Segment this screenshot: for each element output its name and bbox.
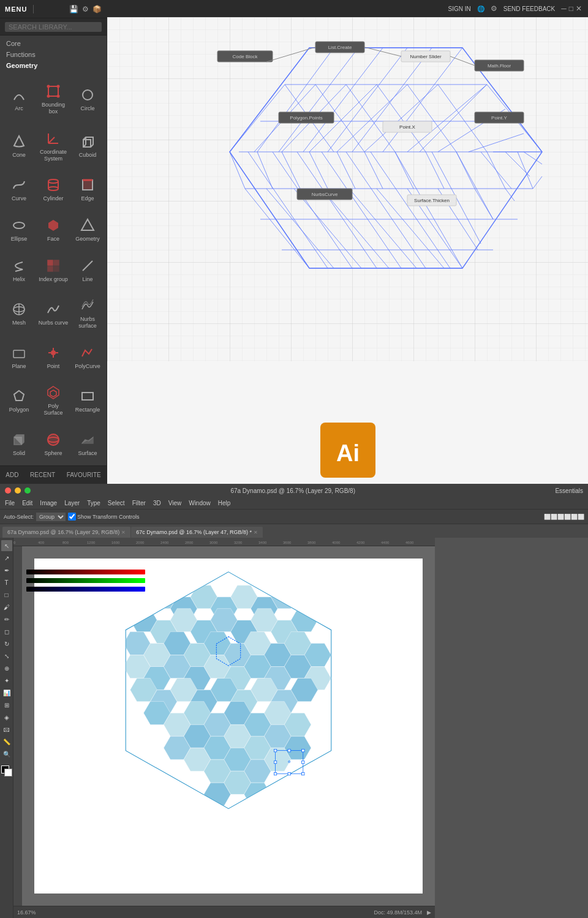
menu-window[interactable]: Window bbox=[189, 500, 211, 506]
geo-surface[interactable]: Surface bbox=[71, 424, 104, 463]
geo-mesh[interactable]: Mesh bbox=[2, 290, 36, 336]
geo-point[interactable]: Point bbox=[37, 337, 70, 376]
geo-nurbscurve[interactable]: Nurbs curve bbox=[37, 290, 70, 336]
b-slider[interactable] bbox=[26, 587, 145, 592]
geo-coord[interactable]: Coordinate System bbox=[37, 122, 70, 168]
minimize-traffic-light[interactable] bbox=[15, 487, 21, 494]
blend-tool[interactable]: ⊕ bbox=[1, 663, 12, 674]
select-tool[interactable]: ↖ bbox=[1, 540, 12, 551]
geo-cuboid[interactable]: Cuboid bbox=[71, 122, 104, 168]
menu-help[interactable]: Help bbox=[218, 500, 231, 506]
menu-view[interactable]: View bbox=[168, 500, 182, 506]
menu-3d[interactable]: 3D bbox=[153, 500, 161, 506]
g-slider-row: G 255 bbox=[18, 577, 163, 584]
geo-arc[interactable]: Arc bbox=[2, 76, 36, 121]
pencil-tool[interactable]: ✏ bbox=[1, 614, 12, 625]
settings-gear-icon[interactable]: ⚙ bbox=[491, 4, 497, 13]
geo-nurbssurface[interactable]: Nurbs surface bbox=[71, 290, 104, 336]
geo-circle[interactable]: Circle bbox=[71, 76, 104, 121]
close-traffic-light[interactable] bbox=[5, 487, 11, 494]
geo-sphere[interactable]: Sphere bbox=[37, 424, 70, 463]
nurbssurface-icon bbox=[78, 296, 97, 315]
send-feedback-button[interactable]: SEND FEEDBACK bbox=[503, 6, 555, 12]
geo-geometry[interactable]: Geometry bbox=[71, 210, 104, 249]
zoom-tool[interactable]: 🔍 bbox=[1, 748, 12, 759]
mesh-tool[interactable]: ⊞ bbox=[1, 699, 12, 710]
nav-core[interactable]: Core bbox=[0, 38, 107, 49]
geo-rectangle[interactable]: Rectangle bbox=[71, 377, 104, 423]
auto-select-type[interactable]: Group bbox=[36, 513, 66, 521]
sidebar-footer: ADD RECENT FAVOURITE bbox=[0, 465, 107, 484]
nav-functions[interactable]: Functions bbox=[0, 49, 107, 60]
geo-cylinder[interactable]: Cylinder bbox=[37, 170, 70, 209]
settings-icon[interactable]: ⚙ bbox=[82, 5, 89, 13]
eraser-tool[interactable]: ◻ bbox=[1, 626, 12, 637]
graph-tool[interactable]: 📊 bbox=[1, 687, 12, 698]
search-input[interactable] bbox=[5, 22, 102, 32]
package-icon[interactable]: 📦 bbox=[92, 5, 102, 13]
geo-cylinder-label: Cylinder bbox=[43, 195, 63, 202]
menu-title[interactable]: MENU bbox=[5, 6, 27, 13]
geo-helix[interactable]: Helix bbox=[2, 250, 36, 289]
nav-geometry[interactable]: Geometry bbox=[0, 60, 107, 71]
maximize-traffic-light[interactable] bbox=[24, 487, 31, 494]
menu-edit[interactable]: Edit bbox=[22, 500, 32, 506]
ai-tab-first-close[interactable]: ✕ bbox=[121, 530, 126, 535]
save-icon[interactable]: 💾 bbox=[69, 5, 78, 13]
geo-line[interactable]: Line bbox=[71, 250, 104, 289]
scale-tool[interactable]: ⤡ bbox=[1, 650, 12, 661]
svg-rect-168 bbox=[13, 546, 22, 918]
brush-tool[interactable]: 🖌 bbox=[1, 601, 12, 612]
favourite-button[interactable]: FAVOURITE bbox=[62, 470, 106, 480]
geo-point-label: Point bbox=[47, 363, 60, 370]
add-button[interactable]: ADD bbox=[1, 470, 23, 480]
ai-tab-second-label: 67c Dynamo.psd @ 16.7% (Layer 47, RGB/8)… bbox=[136, 529, 252, 535]
play-button[interactable]: ▶ bbox=[427, 909, 431, 916]
geo-cone[interactable]: Cone bbox=[2, 122, 36, 168]
symbol-tool[interactable]: ✦ bbox=[1, 675, 12, 686]
menu-select[interactable]: Select bbox=[108, 500, 125, 506]
shape-tool[interactable]: □ bbox=[1, 589, 12, 600]
recent-button[interactable]: RECENT bbox=[25, 470, 60, 480]
menu-layer[interactable]: Layer bbox=[64, 500, 80, 506]
ai-canvas-area[interactable] bbox=[22, 546, 435, 906]
foreground-color[interactable] bbox=[1, 766, 12, 777]
auto-select-label: Auto-Select: bbox=[4, 514, 34, 520]
geo-bbox[interactable]: Bounding box bbox=[37, 76, 70, 121]
geo-solid[interactable]: Solid bbox=[2, 424, 36, 463]
r-slider[interactable] bbox=[26, 570, 145, 574]
gradient-tool[interactable]: ◈ bbox=[1, 712, 12, 723]
geo-edge[interactable]: Edge bbox=[71, 170, 104, 209]
minimize-button[interactable]: ─ bbox=[561, 4, 567, 13]
maximize-button[interactable]: □ bbox=[569, 4, 573, 13]
eyedrop-tool[interactable]: 🖂 bbox=[1, 724, 12, 735]
menu-image[interactable]: Image bbox=[40, 500, 57, 506]
svg-text:4600: 4600 bbox=[405, 541, 414, 544]
ai-tab-second[interactable]: 67c Dynamo.psd @ 16.7% (Layer 47, RGB/8)… bbox=[131, 527, 263, 538]
g-slider[interactable] bbox=[26, 578, 145, 583]
menu-filter[interactable]: Filter bbox=[132, 500, 146, 506]
type-tool[interactable]: T bbox=[1, 577, 12, 588]
geo-polygon[interactable]: Polygon bbox=[2, 377, 36, 423]
geo-polysurface[interactable]: Poly Surface bbox=[37, 377, 70, 423]
close-button[interactable]: ✕ bbox=[576, 4, 582, 13]
sign-in-button[interactable]: SIGN IN bbox=[448, 6, 471, 12]
rotate-tool[interactable]: ↻ bbox=[1, 638, 12, 649]
geo-ellipse[interactable]: Ellipse bbox=[2, 210, 36, 249]
geo-polycurve[interactable]: PolyCurve bbox=[71, 337, 104, 376]
essentials-btn[interactable]: Essentials bbox=[555, 487, 583, 494]
measure-tool[interactable]: 📏 bbox=[1, 736, 12, 747]
direct-select-tool[interactable]: ↗ bbox=[1, 552, 12, 563]
menu-file[interactable]: File bbox=[5, 500, 15, 506]
show-transform-checkbox[interactable] bbox=[68, 513, 76, 521]
geo-indexgroup[interactable]: Index group bbox=[37, 250, 70, 289]
geo-mesh-label: Mesh bbox=[12, 320, 26, 326]
ai-tab-first[interactable]: 67a Dynamo.psd @ 16.7% (Layer 29, RGB/8)… bbox=[2, 527, 130, 538]
selection-handle-bc bbox=[288, 772, 290, 775]
menu-type[interactable]: Type bbox=[87, 500, 100, 506]
geo-face[interactable]: Face bbox=[37, 210, 70, 249]
geo-plane[interactable]: Plane bbox=[2, 337, 36, 376]
ai-tab-second-close[interactable]: ✕ bbox=[254, 530, 258, 535]
geo-curve[interactable]: Curve bbox=[2, 170, 36, 209]
pen-tool[interactable]: ✒ bbox=[1, 565, 12, 576]
